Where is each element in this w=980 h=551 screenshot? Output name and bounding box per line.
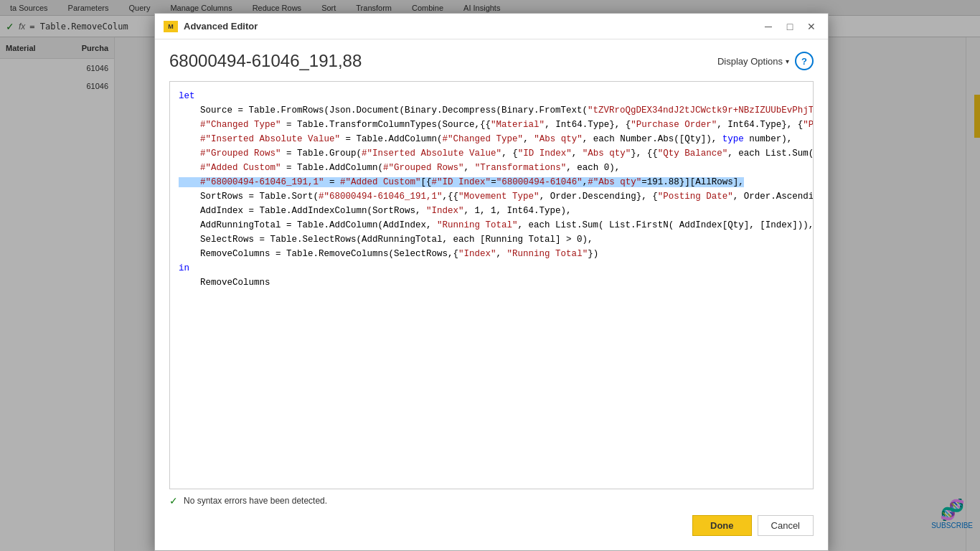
cancel-button[interactable]: Cancel — [758, 515, 814, 536]
modal-app-icon: M — [164, 21, 178, 32]
done-button[interactable]: Done — [692, 515, 752, 536]
modal-maximize-button[interactable]: □ — [782, 19, 798, 34]
modal-query-name: 68000494-61046_191,88 — [169, 51, 712, 71]
code-content: let Source = Table.FromRows(Json.Documen… — [179, 89, 804, 290]
modal-icon-letter: M — [168, 23, 174, 30]
display-options-button[interactable]: Display Options ▾ — [712, 53, 795, 70]
display-options-chevron-icon: ▾ — [786, 57, 789, 65]
modal-title-label: Advanced Editor — [184, 21, 755, 32]
modal-status-bar: ✓ No syntax errors have been detected. — [169, 489, 814, 509]
modal-minimize-button[interactable]: ─ — [760, 19, 776, 34]
code-scroll-area[interactable]: let Source = Table.FromRows(Json.Documen… — [170, 82, 813, 489]
help-button[interactable]: ? — [795, 52, 814, 70]
modal-footer: Done Cancel — [169, 509, 814, 539]
code-editor[interactable]: let Source = Table.FromRows(Json.Documen… — [169, 81, 814, 489]
display-options-label: Display Options — [717, 56, 783, 67]
modal-close-button[interactable]: ✕ — [804, 19, 819, 34]
modal-header: 68000494-61046_191,88 Display Options ▾ … — [169, 51, 814, 71]
modal-body: 68000494-61046_191,88 Display Options ▾ … — [155, 39, 828, 550]
advanced-editor-modal: M Advanced Editor ─ □ ✕ 68000494-61046_1… — [154, 13, 829, 551]
modal-titlebar: M Advanced Editor ─ □ ✕ — [155, 14, 828, 39]
status-message: No syntax errors have been detected. — [184, 496, 327, 506]
status-check-icon: ✓ — [169, 495, 178, 507]
